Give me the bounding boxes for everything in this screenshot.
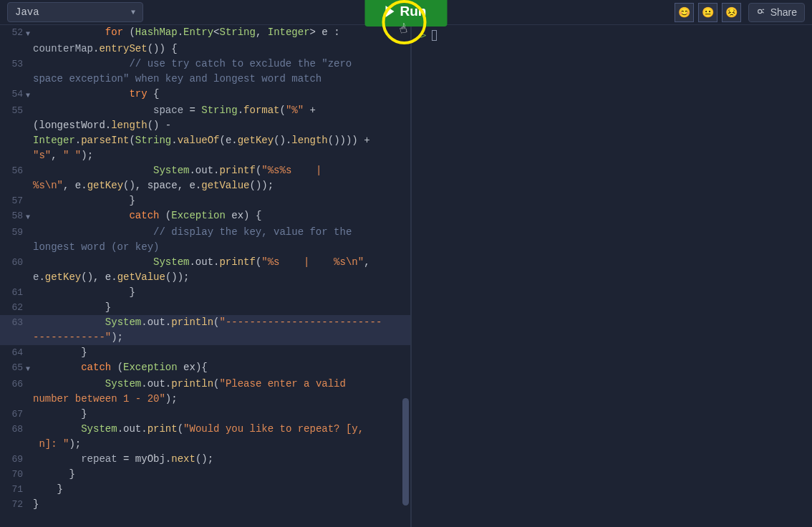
scrollbar-thumb[interactable] (402, 398, 409, 506)
code-line[interactable]: 64 } (0, 345, 410, 360)
fold-icon (26, 345, 33, 347)
code-line[interactable]: 54▼ try { (0, 87, 410, 103)
fold-icon (26, 255, 33, 256)
line-number: 61 (0, 285, 26, 300)
code-editor[interactable]: 52▼ for (HashMap.Entry<String, Integer> … (0, 25, 410, 527)
code-content: repeat = myObj.next(); (33, 452, 410, 467)
code-content: } (33, 300, 410, 315)
line-number: 70 (0, 467, 26, 482)
code-line[interactable]: %s\n", e.getKey(), space, e.getValue()); (0, 178, 410, 193)
code-line[interactable]: "s", " "); (0, 148, 410, 163)
code-content: space exception" when key and longest wo… (33, 72, 410, 87)
fold-icon (26, 193, 33, 195)
share-label: Share (770, 6, 797, 18)
line-number: 63 (0, 315, 26, 330)
line-number: 55 (0, 103, 26, 118)
code-line[interactable]: 72} (0, 497, 410, 512)
share-button[interactable]: Share (748, 3, 805, 22)
code-line[interactable]: e.getKey(), e.getValue()); (0, 270, 410, 285)
code-line[interactable]: 69 repeat = myObj.next(); (0, 452, 410, 467)
line-number: 67 (0, 407, 26, 422)
fold-icon[interactable]: ▼ (26, 25, 33, 42)
code-content: longest word (or key) (33, 240, 410, 255)
line-number: 64 (0, 345, 26, 360)
fold-icon[interactable]: ▼ (26, 360, 33, 377)
code-content: for (HashMap.Entry<String, Integer> e : (33, 25, 410, 40)
code-content: System.out.println("--------------------… (33, 315, 410, 330)
fold-icon (26, 330, 33, 332)
code-line[interactable]: 71 } (0, 482, 410, 497)
language-select[interactable]: Java ▼ (7, 2, 143, 22)
code-content: catch (Exception ex) { (33, 208, 410, 223)
avatar[interactable]: 😊 (675, 3, 694, 22)
line-number: 62 (0, 300, 26, 315)
chevron-down-icon: ▼ (131, 9, 135, 16)
fold-icon (26, 103, 33, 105)
fold-icon (26, 377, 33, 378)
code-line[interactable]: n]: "); (0, 437, 410, 452)
fold-icon (26, 225, 33, 226)
avatar[interactable]: 😐 (698, 3, 717, 22)
code-line[interactable]: 61 } (0, 285, 410, 300)
code-content: } (33, 345, 410, 360)
code-content: } (33, 285, 410, 300)
code-line[interactable]: 65▼ catch (Exception ex){ (0, 360, 410, 377)
code-line[interactable]: 56 System.out.printf("%s%s | (0, 163, 410, 178)
code-line[interactable]: 62 } (0, 300, 410, 315)
code-line[interactable]: 63 System.out.println("-----------------… (0, 315, 410, 330)
fold-icon (26, 178, 33, 180)
fold-icon (26, 392, 33, 393)
code-content: e.getKey(), e.getValue()); (33, 270, 410, 285)
console-prompt: > (420, 29, 426, 41)
code-content: System.out.print("Would you like to repe… (33, 422, 410, 437)
console-pane[interactable]: > (410, 25, 812, 527)
code-line[interactable]: 59 // display the key, value for the (0, 225, 410, 240)
fold-icon[interactable]: ▼ (26, 87, 33, 103)
code-content: try { (33, 87, 410, 102)
code-content: } (33, 193, 410, 208)
code-line[interactable]: 58▼ catch (Exception ex) { (0, 208, 410, 225)
code-line[interactable]: 68 System.out.print("Would you like to r… (0, 422, 410, 437)
language-label: Java (15, 6, 39, 18)
line-number: 59 (0, 225, 26, 240)
code-content: "s", " "); (33, 148, 410, 163)
fold-icon (26, 72, 33, 73)
code-line[interactable]: 60 System.out.printf("%s | %s\n", (0, 255, 410, 270)
code-line[interactable]: 55 space = String.format("%" + (0, 103, 410, 118)
line-number: 54 (0, 87, 26, 102)
console-cursor (432, 30, 437, 41)
code-line[interactable]: 66 System.out.println("Please enter a va… (0, 377, 410, 392)
code-line[interactable]: longest word (or key) (0, 240, 410, 255)
line-number: 57 (0, 193, 26, 208)
fold-icon (26, 133, 33, 135)
code-content: } (33, 482, 410, 497)
code-line[interactable]: counterMap.entrySet()) { (0, 42, 410, 57)
code-line[interactable]: ------------"); (0, 330, 410, 345)
avatar[interactable]: 😣 (722, 3, 741, 22)
code-line[interactable]: 52▼ for (HashMap.Entry<String, Integer> … (0, 25, 410, 42)
code-content: space = String.format("%" + (33, 103, 410, 118)
code-line[interactable]: number between 1 - 20"); (0, 392, 410, 407)
fold-icon (26, 300, 33, 301)
fold-icon (26, 285, 33, 286)
fold-icon[interactable]: ▼ (26, 208, 33, 225)
code-line[interactable]: space exception" when key and longest wo… (0, 72, 410, 87)
run-label: Run (400, 4, 427, 19)
toolbar: Java ▼ Run ☝ 😊 😐 😣 Share (0, 0, 812, 25)
code-line[interactable]: (longestWord.length() - (0, 118, 410, 133)
fold-icon (26, 42, 33, 43)
code-content: } (33, 467, 410, 482)
fold-icon (26, 452, 33, 453)
code-line[interactable]: 67 } (0, 407, 410, 422)
code-line[interactable]: Integer.parseInt(String.valueOf(e.getKey… (0, 133, 410, 148)
code-content: System.out.printf("%s | %s\n", (33, 255, 410, 270)
run-button[interactable]: Run (365, 0, 448, 26)
line-number: 52 (0, 25, 26, 40)
code-line[interactable]: 53 // use try catch to exclude the "zero (0, 57, 410, 72)
code-line[interactable]: 70 } (0, 467, 410, 482)
svg-point-0 (758, 9, 761, 13)
line-number: 72 (0, 497, 26, 512)
code-line[interactable]: 57 } (0, 193, 410, 208)
code-content: counterMap.entrySet()) { (33, 42, 410, 57)
code-content: System.out.printf("%s%s | (33, 163, 410, 178)
